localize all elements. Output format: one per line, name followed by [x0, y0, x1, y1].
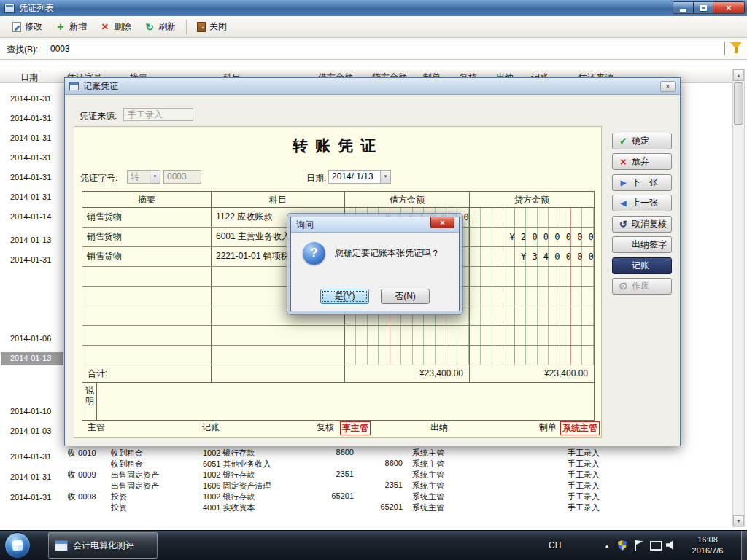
list-row[interactable]: 收 0009 出售固定资产 1002 银行存款 2351 系统主管 手工录入 — [0, 470, 732, 480]
reviewer-stamp: 李主管 — [340, 421, 371, 435]
row-date[interactable]: 2014-01-31 — [10, 173, 51, 182]
screen: 凭证列表 × 修改 + 新增 × 删除 ↻ 刷新 关闭 查 — [0, 0, 747, 560]
sign-reviewer: 复核 — [317, 421, 334, 434]
edit-button[interactable]: 修改 — [6, 18, 49, 35]
grid-col-summary: 摘要 — [82, 192, 212, 207]
scrollbar-thumb[interactable] — [734, 82, 743, 125]
cashier-sign-button[interactable]: 出纳签字 — [612, 236, 672, 253]
confirm-dialog: 询问 × ? 您确定要记账本张凭证吗？ 是(Y) 否(N) — [290, 217, 460, 311]
next-voucher-button[interactable]: ▶ 下一张 — [612, 174, 672, 191]
taskbar: 会计电算化测评 CH ▲ 16:08 2016/7/6 — [0, 530, 747, 560]
filter-icon[interactable] — [729, 41, 743, 54]
action-center-flag-icon[interactable] — [634, 540, 643, 551]
list-row[interactable]: 收 0010 收到租金 1002 银行存款 8600 系统主管 手工录入 — [0, 448, 732, 458]
voucher-entry-row — [82, 346, 594, 365]
app-window-icon — [55, 540, 68, 551]
toolbar: 修改 + 新增 × 删除 ↻ 刷新 关闭 — [0, 16, 747, 38]
grid-col-credit: 贷方金额 — [470, 192, 594, 207]
check-icon: ✓ — [619, 136, 628, 147]
confirm-dialog-frame: 询问 × ? 您确定要记账本张凭证吗？ 是(Y) 否(N) — [287, 213, 463, 315]
door-icon — [197, 22, 206, 32]
search-input[interactable] — [47, 42, 725, 55]
prev-voucher-button[interactable]: ◀ 上一张 — [612, 195, 672, 211]
close-button[interactable]: × — [713, 1, 745, 14]
row-date[interactable]: 2014-01-31 — [10, 255, 51, 264]
list-row[interactable]: 出售固定资产 1606 固定资产清理 2351 系统主管 手工录入 — [0, 481, 732, 491]
undo-icon: ↺ — [619, 219, 628, 230]
row-date[interactable]: 2014-01-10 — [10, 407, 51, 416]
voucher-date-label: 日期: — [306, 172, 326, 184]
minimize-button[interactable] — [673, 1, 694, 14]
sign-maker: 制单 — [539, 421, 557, 434]
x-icon: × — [619, 158, 628, 166]
abandon-button[interactable]: × 放弃 — [612, 153, 672, 170]
no-button[interactable]: 否(N) — [381, 289, 430, 304]
dialog-close-button[interactable]: × — [660, 81, 676, 92]
toolbar-separator — [186, 20, 187, 34]
dialog-title: 记账凭证 — [83, 80, 118, 93]
show-desktop-button[interactable] — [741, 531, 747, 560]
clock-date: 2016/7/6 — [684, 545, 731, 556]
total-label: 合计: — [82, 365, 212, 382]
list-row[interactable]: 收 0008 投资 1002 银行存款 65201 系统主管 手工录入 — [0, 491, 732, 502]
voucher-number-field: 0003 — [163, 170, 201, 184]
volume-icon[interactable] — [666, 540, 676, 550]
network-icon[interactable] — [650, 540, 660, 551]
search-label: 查找(B): — [7, 44, 38, 56]
dialog-icon — [69, 82, 79, 90]
scrollbar-vertical[interactable]: ▲ ▼ — [732, 69, 745, 527]
row-date[interactable]: 2014-01-03 — [10, 427, 51, 435]
post-button[interactable]: 记账 — [612, 257, 672, 274]
row-date[interactable]: 2014-01-31 — [10, 114, 51, 122]
voucher-title: 转账凭证 — [74, 136, 601, 156]
dialog-titlebar[interactable]: 记账凭证 × — [65, 78, 680, 95]
row-date[interactable]: 2014-01-31 — [10, 192, 51, 201]
total-credit: ¥23,400.00 — [470, 365, 594, 382]
refresh-button[interactable]: ↻ 刷新 — [138, 18, 182, 35]
maximize-icon — [700, 5, 707, 11]
minimize-icon — [680, 9, 686, 12]
void-button: ∅ 作废 — [612, 278, 672, 295]
delete-button[interactable]: × 删除 — [93, 18, 138, 35]
clock-time: 16:08 — [684, 534, 731, 545]
msgbox-close-button[interactable]: × — [430, 217, 454, 228]
clock[interactable]: 16:08 2016/7/6 — [684, 534, 731, 556]
show-hidden-icons-button[interactable]: ▲ — [600, 540, 614, 552]
row-date[interactable]: 2014-01-06 — [10, 334, 51, 343]
maximize-button[interactable] — [693, 1, 713, 14]
list-row[interactable]: 投资 4001 实收资本 65201 系统主管 手工录入 — [0, 502, 732, 513]
grid-col-debit: 借方金额 — [345, 192, 470, 207]
row-date[interactable]: 2014-01-14 — [10, 212, 51, 221]
taskbar-app-label: 会计电算化测评 — [73, 540, 134, 552]
row-date-selected[interactable]: 2014-01-13 — [10, 354, 51, 362]
voucher-note-row: 说明 — [82, 383, 594, 420]
cancel-review-button[interactable]: ↺ 取消复核 — [612, 216, 672, 233]
chevron-down-icon: ▼ — [150, 171, 160, 183]
grid-col-account: 科目 — [212, 192, 345, 207]
window-titlebar[interactable]: 凭证列表 × — [0, 0, 747, 16]
total-debit: ¥23,400.00 — [345, 365, 470, 382]
security-shield-icon[interactable] — [618, 540, 627, 551]
confirm-button[interactable]: ✓ 确定 — [612, 133, 672, 149]
taskbar-app-button[interactable]: 会计电算化测评 — [48, 532, 158, 559]
add-button[interactable]: + 新增 — [49, 18, 93, 35]
scroll-down-icon[interactable]: ▼ — [733, 515, 744, 526]
edit-icon — [12, 22, 21, 32]
language-indicator[interactable]: CH — [549, 540, 561, 551]
scroll-up-icon[interactable]: ▲ — [733, 69, 744, 81]
row-date[interactable]: 2014-01-31 — [10, 94, 51, 103]
close-list-button[interactable]: 关闭 — [190, 18, 233, 35]
yes-button[interactable]: 是(Y) — [320, 289, 369, 304]
note-label: 说明 — [82, 383, 97, 420]
chevron-down-icon[interactable]: ▼ — [380, 171, 390, 183]
voucher-date-dropdown[interactable]: 2014/ 1/13 ▼ — [328, 170, 391, 184]
search-bar: 查找(B): — [0, 38, 747, 60]
list-row[interactable]: 收到租金 6051 其他业务收入 8600 系统主管 手工录入 — [0, 459, 732, 469]
row-date[interactable]: 2014-01-31 — [10, 153, 51, 162]
voucher-no-label: 凭证字号: — [80, 172, 117, 184]
row-date[interactable]: 2014-01-31 — [10, 133, 51, 142]
sign-bookkeeper: 记账 — [202, 421, 220, 434]
arrow-left-icon: ◀ — [619, 198, 628, 209]
start-button[interactable] — [4, 532, 31, 559]
row-date[interactable]: 2014-01-13 — [10, 236, 51, 244]
